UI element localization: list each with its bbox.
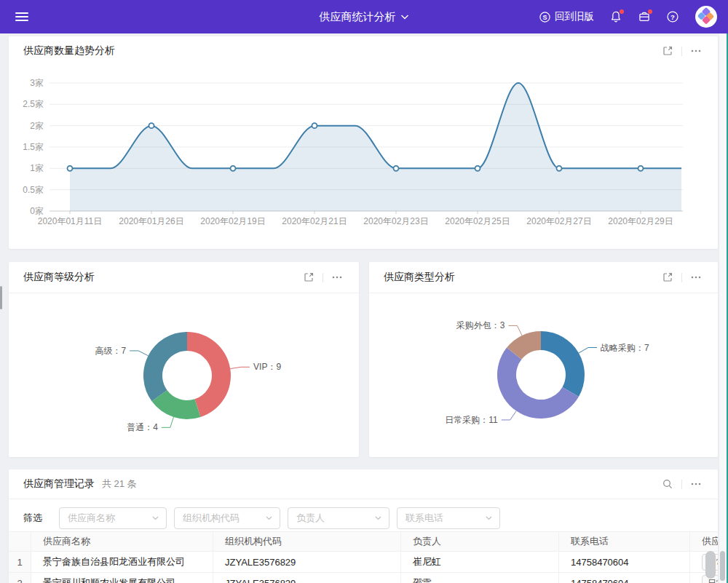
expand-icon[interactable] — [662, 271, 673, 283]
svg-text:2020年02月27日: 2020年02月27日 — [526, 216, 591, 226]
avatar[interactable] — [695, 5, 718, 28]
table-cell: JZYALE3576829 — [213, 552, 401, 573]
row-index-cell: 1 — [9, 552, 31, 573]
table-header-cell: 供应商类型 — [690, 531, 718, 552]
more-icon[interactable] — [690, 478, 702, 490]
app-title-dropdown[interactable]: 供应商统计分析 — [320, 10, 409, 24]
table-cell: 景宁丽川和顺农业发展有限公司 — [31, 573, 213, 583]
svg-text:?: ? — [670, 13, 675, 21]
svg-text:日常采购：11: 日常采购：11 — [445, 415, 498, 425]
chevron-down-icon — [266, 516, 272, 520]
page-scrollbar-thumb[interactable] — [720, 551, 725, 581]
svg-text:采购外包：3: 采购外包：3 — [456, 320, 505, 330]
svg-text:0.5家: 0.5家 — [23, 185, 44, 195]
filter-select-0[interactable]: 供应商名称 — [59, 507, 167, 529]
notifications-button[interactable] — [609, 10, 622, 23]
help-button[interactable]: ? — [666, 10, 679, 23]
type-card-title: 供应商类型分析 — [384, 271, 455, 284]
chevron-down-icon — [486, 516, 492, 520]
filter-select-2[interactable]: 负责人 — [288, 507, 389, 529]
expand-icon[interactable] — [662, 45, 673, 57]
more-icon[interactable] — [331, 271, 343, 283]
switch-version-icon: S — [539, 11, 551, 23]
avatar-logo-icon — [695, 5, 718, 28]
menu-icon[interactable] — [15, 10, 28, 23]
chevron-down-icon — [152, 516, 159, 520]
table-header-cell: 负责人 — [401, 531, 559, 552]
table-cell: 景宁畲族自治县阳龙酒业有限公司 — [31, 552, 213, 573]
table-row[interactable]: 2景宁丽川和顺农业发展有限公司JZYALE3576829邵雷1475847060… — [9, 573, 718, 583]
svg-text:3家: 3家 — [30, 78, 44, 88]
chevron-down-icon — [401, 15, 409, 20]
table-cell: 崔尼虹 — [401, 552, 559, 573]
records-card: 供应商管理记录 共 21 条 筛选 供应商名称组织机构代码负责人联系电话 供应商… — [9, 469, 718, 583]
page-scrollbar-track — [719, 33, 727, 583]
svg-text:2020年02月19日: 2020年02月19日 — [200, 216, 265, 226]
svg-text:战略采购：7: 战略采购：7 — [601, 343, 649, 353]
svg-text:0家: 0家 — [30, 206, 44, 216]
row-index-cell: 2 — [9, 573, 31, 583]
search-icon[interactable] — [662, 478, 673, 490]
filter-placeholder: 组织机构代码 — [183, 512, 240, 525]
filter-row: 筛选 供应商名称组织机构代码负责人联系电话 — [9, 499, 718, 531]
type-card: 供应商类型分析 战略采购：7日常采购：11采购外包：3 — [369, 262, 718, 457]
filter-placeholder: 负责人 — [296, 512, 325, 525]
table-row[interactable]: 1景宁畲族自治县阳龙酒业有限公司JZYALE3576829崔尼虹14758470… — [9, 552, 718, 573]
svg-text:高级：7: 高级：7 — [95, 346, 126, 356]
svg-text:1家: 1家 — [30, 163, 44, 173]
suppliers-table: 供应商名称组织机构代码负责人联系电话供应商类型 1景宁畲族自治县阳龙酒业有限公司… — [9, 531, 718, 583]
expand-icon[interactable] — [303, 271, 314, 283]
level-card: 供应商等级分析 VIP：9普通：4高级：7 — [9, 262, 359, 457]
left-scrollbar-thumb[interactable] — [0, 286, 2, 309]
table-cell: 邵雷 — [401, 573, 559, 583]
filter-placeholder: 联系电话 — [405, 512, 443, 525]
chevron-down-icon — [375, 516, 381, 520]
table-body: 1景宁畲族自治县阳龙酒业有限公司JZYALE3576829崔尼虹14758470… — [9, 552, 718, 583]
trend-card-title: 供应商数量趋势分析 — [23, 44, 115, 57]
filter-selects: 供应商名称组织机构代码负责人联系电话 — [59, 507, 500, 529]
svg-text:2020年02月21日: 2020年02月21日 — [282, 216, 347, 226]
workspace-button[interactable] — [638, 10, 651, 23]
svg-text:2020年02月29日: 2020年02月29日 — [608, 216, 673, 226]
svg-text:2家: 2家 — [30, 121, 44, 131]
filter-select-1[interactable]: 组织机构代码 — [174, 507, 280, 529]
notification-badge-dot — [620, 9, 624, 14]
svg-text:VIP：9: VIP：9 — [253, 362, 281, 372]
level-donut-chart: VIP：9普通：4高级：7 — [9, 294, 359, 457]
more-icon[interactable] — [690, 45, 702, 57]
svg-text:2020年02月23日: 2020年02月23日 — [363, 216, 428, 226]
help-icon: ? — [666, 10, 679, 23]
workspace-badge-dot — [648, 9, 652, 14]
page-title: 供应商统计分析 — [320, 10, 396, 24]
table-header-cell: 组织机构代码 — [213, 531, 401, 552]
table-header-cell — [9, 531, 31, 552]
filter-label: 筛选 — [23, 512, 42, 525]
table-header: 供应商名称组织机构代码负责人联系电话供应商类型 — [9, 531, 718, 552]
records-count: 共 21 条 — [102, 477, 137, 491]
more-icon[interactable] — [690, 271, 702, 283]
trend-card: 供应商数量趋势分析 0家0.5家1家1.5家2家2.5家3家2020年01月11… — [9, 36, 718, 249]
table-header-cell: 供应商名称 — [31, 531, 213, 552]
table-cell: 14758470604 — [559, 552, 690, 573]
table-scrollbar-thumb[interactable] — [705, 551, 716, 579]
table-header-cell: 联系电话 — [559, 531, 690, 552]
back-to-old-label: 回到旧版 — [555, 10, 594, 23]
back-to-old-version-button[interactable]: S 回到旧版 — [539, 10, 594, 23]
table-header-row: 供应商名称组织机构代码负责人联系电话供应商类型 — [9, 531, 718, 552]
svg-text:2020年01月26日: 2020年01月26日 — [119, 216, 183, 226]
app-header: 供应商统计分析 S 回到旧版 ? — [0, 0, 728, 33]
svg-text:1.5家: 1.5家 — [23, 142, 44, 152]
svg-text:S: S — [542, 13, 547, 20]
svg-text:普通：4: 普通：4 — [127, 422, 158, 432]
svg-text:2020年02月25日: 2020年02月25日 — [445, 216, 510, 226]
table-cell: JZYALE3576829 — [213, 573, 401, 583]
records-card-title: 供应商管理记录 — [23, 477, 95, 491]
filter-select-3[interactable]: 联系电话 — [397, 507, 500, 529]
table-cell: 14758470604 — [559, 573, 690, 583]
svg-text:2020年01月11日: 2020年01月11日 — [38, 216, 103, 226]
trend-chart: 0家0.5家1家1.5家2家2.5家3家2020年01月11日2020年01月2… — [9, 66, 718, 240]
svg-text:2.5家: 2.5家 — [23, 99, 44, 109]
type-donut-chart: 战略采购：7日常采购：11采购外包：3 — [369, 294, 718, 457]
level-card-title: 供应商等级分析 — [23, 271, 95, 284]
filter-placeholder: 供应商名称 — [68, 512, 115, 525]
